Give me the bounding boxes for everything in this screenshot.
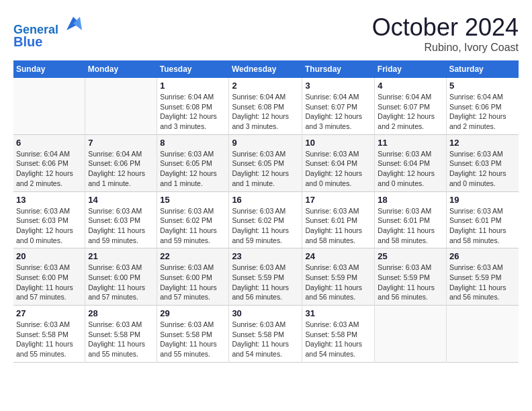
calendar-cell: 11Sunrise: 6:03 AM Sunset: 6:04 PM Dayli… xyxy=(375,134,447,191)
month-title: October 2024 Rubino, Ivory Coast xyxy=(372,13,519,54)
day-number: 5 xyxy=(449,81,516,91)
day-number: 18 xyxy=(378,195,443,205)
calendar-cell: 20Sunrise: 6:03 AM Sunset: 6:00 PM Dayli… xyxy=(13,248,85,306)
day-info: Sunrise: 6:04 AM Sunset: 6:07 PM Dayligh… xyxy=(305,92,371,132)
day-info: Sunrise: 6:04 AM Sunset: 6:08 PM Dayligh… xyxy=(232,92,299,132)
day-number: 26 xyxy=(449,251,516,261)
day-number: 31 xyxy=(305,308,371,318)
day-info: Sunrise: 6:04 AM Sunset: 6:07 PM Dayligh… xyxy=(378,92,443,132)
day-info: Sunrise: 6:03 AM Sunset: 6:02 PM Dayligh… xyxy=(160,206,226,246)
day-info: Sunrise: 6:03 AM Sunset: 5:59 PM Dayligh… xyxy=(305,263,371,302)
day-info: Sunrise: 6:04 AM Sunset: 6:06 PM Dayligh… xyxy=(449,92,516,132)
day-number: 8 xyxy=(160,138,226,148)
day-info: Sunrise: 6:03 AM Sunset: 6:01 PM Dayligh… xyxy=(305,206,371,246)
calendar-cell: 14Sunrise: 6:03 AM Sunset: 6:03 PM Dayli… xyxy=(85,191,157,248)
day-info: Sunrise: 6:04 AM Sunset: 6:06 PM Dayligh… xyxy=(16,149,82,189)
calendar-cell: 15Sunrise: 6:03 AM Sunset: 6:02 PM Dayli… xyxy=(157,191,229,248)
calendar-cell: 22Sunrise: 6:03 AM Sunset: 6:00 PM Dayli… xyxy=(157,248,229,306)
logo: General Blue xyxy=(13,13,83,49)
calendar-cell xyxy=(446,306,519,363)
day-info: Sunrise: 6:03 AM Sunset: 6:01 PM Dayligh… xyxy=(378,206,443,246)
day-info: Sunrise: 6:03 AM Sunset: 6:02 PM Dayligh… xyxy=(232,206,299,246)
calendar-cell: 1Sunrise: 6:04 AM Sunset: 6:08 PM Daylig… xyxy=(157,78,229,134)
day-info: Sunrise: 6:03 AM Sunset: 5:58 PM Dayligh… xyxy=(88,320,154,359)
day-info: Sunrise: 6:03 AM Sunset: 5:58 PM Dayligh… xyxy=(16,320,82,359)
day-info: Sunrise: 6:03 AM Sunset: 5:58 PM Dayligh… xyxy=(160,320,226,359)
day-info: Sunrise: 6:03 AM Sunset: 6:00 PM Dayligh… xyxy=(160,263,226,302)
day-number: 10 xyxy=(305,138,371,148)
calendar-week-row: 20Sunrise: 6:03 AM Sunset: 6:00 PM Dayli… xyxy=(13,248,519,306)
weekday-header: Friday xyxy=(375,60,447,78)
calendar-week-row: 1Sunrise: 6:04 AM Sunset: 6:08 PM Daylig… xyxy=(13,78,519,134)
calendar-cell: 13Sunrise: 6:03 AM Sunset: 6:03 PM Dayli… xyxy=(13,191,85,248)
day-number: 1 xyxy=(160,81,226,91)
day-number: 22 xyxy=(160,251,226,261)
calendar-cell: 4Sunrise: 6:04 AM Sunset: 6:07 PM Daylig… xyxy=(375,78,447,134)
calendar-week-row: 13Sunrise: 6:03 AM Sunset: 6:03 PM Dayli… xyxy=(13,191,519,248)
day-number: 27 xyxy=(16,308,82,318)
calendar-cell: 29Sunrise: 6:03 AM Sunset: 5:58 PM Dayli… xyxy=(157,306,229,363)
calendar-header-row: SundayMondayTuesdayWednesdayThursdayFrid… xyxy=(13,60,519,78)
calendar-cell: 6Sunrise: 6:04 AM Sunset: 6:06 PM Daylig… xyxy=(13,134,85,191)
day-number: 28 xyxy=(88,308,154,318)
location: Rubino, Ivory Coast xyxy=(372,42,519,54)
month-year: October 2024 xyxy=(372,13,519,42)
calendar-cell: 23Sunrise: 6:03 AM Sunset: 5:59 PM Dayli… xyxy=(229,248,302,306)
day-info: Sunrise: 6:04 AM Sunset: 6:06 PM Dayligh… xyxy=(88,149,154,189)
logo-icon xyxy=(63,13,83,34)
calendar-cell: 24Sunrise: 6:03 AM Sunset: 5:59 PM Dayli… xyxy=(302,248,375,306)
calendar-cell: 25Sunrise: 6:03 AM Sunset: 5:59 PM Dayli… xyxy=(375,248,447,306)
weekday-header: Wednesday xyxy=(229,60,302,78)
day-number: 24 xyxy=(305,251,371,261)
day-number: 29 xyxy=(160,308,226,318)
calendar-cell xyxy=(375,306,447,363)
day-number: 15 xyxy=(160,195,226,205)
day-info: Sunrise: 6:03 AM Sunset: 6:03 PM Dayligh… xyxy=(16,206,82,246)
day-info: Sunrise: 6:03 AM Sunset: 6:05 PM Dayligh… xyxy=(160,149,226,189)
calendar-cell: 26Sunrise: 6:03 AM Sunset: 5:59 PM Dayli… xyxy=(446,248,519,306)
day-number: 9 xyxy=(232,138,299,148)
day-number: 6 xyxy=(16,138,82,148)
calendar-cell: 31Sunrise: 6:03 AM Sunset: 5:58 PM Dayli… xyxy=(302,306,375,363)
weekday-header: Saturday xyxy=(446,60,519,78)
day-number: 16 xyxy=(232,195,299,205)
day-info: Sunrise: 6:03 AM Sunset: 5:58 PM Dayligh… xyxy=(232,320,299,359)
day-info: Sunrise: 6:03 AM Sunset: 5:59 PM Dayligh… xyxy=(378,263,443,302)
day-info: Sunrise: 6:03 AM Sunset: 6:01 PM Dayligh… xyxy=(449,206,516,246)
day-info: Sunrise: 6:03 AM Sunset: 6:00 PM Dayligh… xyxy=(16,263,82,302)
calendar-cell: 30Sunrise: 6:03 AM Sunset: 5:58 PM Dayli… xyxy=(229,306,302,363)
day-number: 3 xyxy=(305,81,371,91)
calendar-cell: 10Sunrise: 6:03 AM Sunset: 6:04 PM Dayli… xyxy=(302,134,375,191)
calendar-cell: 5Sunrise: 6:04 AM Sunset: 6:06 PM Daylig… xyxy=(446,78,519,134)
calendar-cell xyxy=(85,78,157,134)
calendar-cell: 16Sunrise: 6:03 AM Sunset: 6:02 PM Dayli… xyxy=(229,191,302,248)
day-number: 20 xyxy=(16,251,82,261)
day-info: Sunrise: 6:03 AM Sunset: 6:04 PM Dayligh… xyxy=(305,149,371,189)
day-info: Sunrise: 6:03 AM Sunset: 6:05 PM Dayligh… xyxy=(232,149,299,189)
calendar-cell xyxy=(13,78,85,134)
day-number: 19 xyxy=(449,195,516,205)
page-header: General Blue October 2024 Rubino, Ivory … xyxy=(13,13,519,54)
day-number: 2 xyxy=(232,81,299,91)
calendar-cell: 18Sunrise: 6:03 AM Sunset: 6:01 PM Dayli… xyxy=(375,191,447,248)
calendar-cell: 12Sunrise: 6:03 AM Sunset: 6:03 PM Dayli… xyxy=(446,134,519,191)
day-info: Sunrise: 6:03 AM Sunset: 6:03 PM Dayligh… xyxy=(88,206,154,246)
calendar-cell: 27Sunrise: 6:03 AM Sunset: 5:58 PM Dayli… xyxy=(13,306,85,363)
day-info: Sunrise: 6:03 AM Sunset: 6:00 PM Dayligh… xyxy=(88,263,154,302)
weekday-header: Thursday xyxy=(302,60,375,78)
calendar-cell: 9Sunrise: 6:03 AM Sunset: 6:05 PM Daylig… xyxy=(229,134,302,191)
day-number: 21 xyxy=(88,251,154,261)
day-number: 7 xyxy=(88,138,154,148)
day-number: 12 xyxy=(449,138,516,148)
calendar-cell: 28Sunrise: 6:03 AM Sunset: 5:58 PM Dayli… xyxy=(85,306,157,363)
calendar-cell: 19Sunrise: 6:03 AM Sunset: 6:01 PM Dayli… xyxy=(446,191,519,248)
day-info: Sunrise: 6:03 AM Sunset: 6:03 PM Dayligh… xyxy=(449,149,516,189)
calendar-cell: 2Sunrise: 6:04 AM Sunset: 6:08 PM Daylig… xyxy=(229,78,302,134)
calendar-week-row: 6Sunrise: 6:04 AM Sunset: 6:06 PM Daylig… xyxy=(13,134,519,191)
day-info: Sunrise: 6:04 AM Sunset: 6:08 PM Dayligh… xyxy=(160,92,226,132)
day-number: 11 xyxy=(378,138,443,148)
day-number: 25 xyxy=(378,251,443,261)
logo-text: General xyxy=(13,13,83,37)
day-info: Sunrise: 6:03 AM Sunset: 6:04 PM Dayligh… xyxy=(378,149,443,189)
calendar-cell: 17Sunrise: 6:03 AM Sunset: 6:01 PM Dayli… xyxy=(302,191,375,248)
